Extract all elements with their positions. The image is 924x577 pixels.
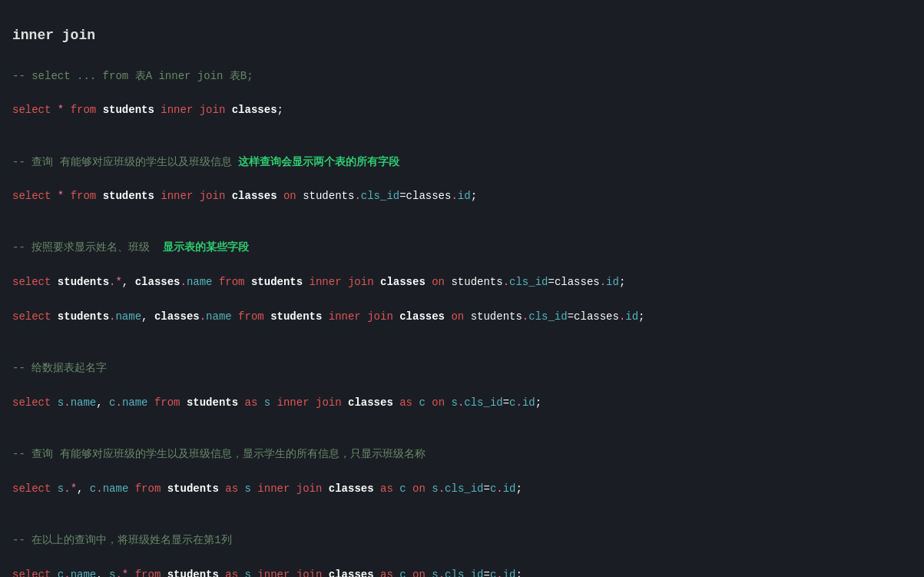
title-line: inner join — [12, 25, 912, 47]
comment-2: -- 查询 有能够对应班级的学生以及班级信息 这样查询会显示两个表的所有字段 — [12, 154, 912, 171]
code-line-1: select * from students inner join classe… — [12, 101, 912, 118]
code-line-3: select students.*, classes.name from stu… — [12, 274, 912, 290]
code-line-7: select c.name, s.* from students as s in… — [12, 566, 912, 577]
comment-4: -- 给数据表起名字 — [12, 360, 912, 376]
comment-6: -- 在以上的查询中，将班级姓名显示在第1列 — [12, 532, 912, 549]
code-editor: inner join -- select ... from 表A inner j… — [12, 8, 912, 577]
comment-1: -- select ... from 表A inner join 表B; — [12, 68, 912, 85]
code-line-6: select s.*, c.name from students as s in… — [12, 480, 912, 497]
comment-5: -- 查询 有能够对应班级的学生以及班级信息，显示学生的所有信息，只显示班级名称 — [12, 446, 912, 463]
code-line-2: select * from students inner join classe… — [12, 187, 912, 204]
code-line-5: select s.name, c.name from students as s… — [12, 394, 912, 411]
code-line-4: select students.name, classes.name from … — [12, 308, 912, 325]
comment-3: -- 按照要求显示姓名、班级 显示表的某些字段 — [12, 239, 912, 256]
